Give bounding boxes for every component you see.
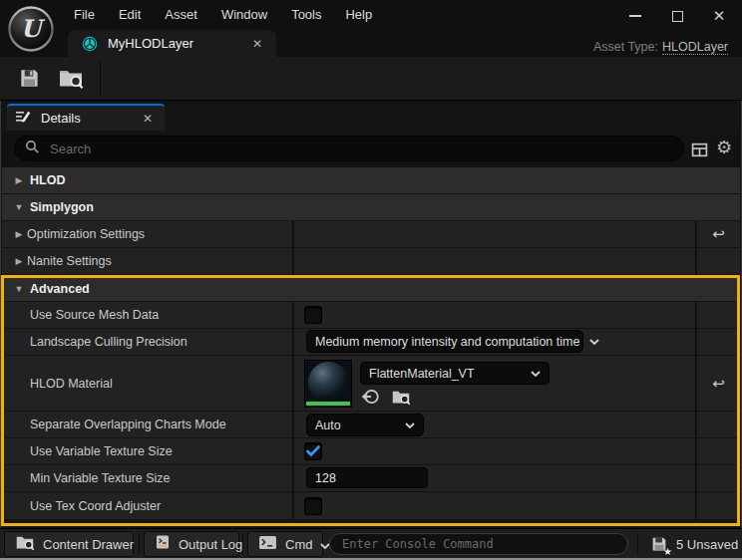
search-box[interactable]	[14, 136, 684, 161]
collapse-arrow-icon: ▼	[10, 202, 28, 212]
category-advanced[interactable]: ▼ Advanced	[2, 276, 740, 301]
row-landscape-culling-precision: Landscape Culling Precision Medium memor…	[2, 329, 740, 355]
expand-arrow-icon: ▶	[11, 256, 27, 266]
status-bar: Content Drawer Output Log	[0, 528, 742, 558]
hlod-material-label: HLOD Material	[30, 377, 113, 391]
hlod-material-value-cell: FlattenMaterial_VT	[294, 356, 696, 411]
hlod-material-asset-name: FlattenMaterial_VT	[369, 367, 521, 381]
output-log-icon	[155, 534, 171, 554]
output-log-button[interactable]: Output Log	[144, 531, 239, 557]
menu-asset[interactable]: Asset	[153, 0, 209, 30]
save-button[interactable]	[12, 66, 46, 94]
row-use-tex-coord-adjuster: Use Tex Coord Adjuster	[2, 492, 740, 519]
landscape-culling-precision-name-cell: Landscape Culling Precision	[2, 329, 293, 355]
use-tex-coord-adjuster-reset-cell	[697, 492, 740, 519]
separate-overlapping-charts-mode-name-cell: Separate Overlapping Charts Mode	[2, 412, 293, 437]
menu-window[interactable]: Window	[209, 0, 279, 30]
hlodlayer-asset-icon	[82, 36, 98, 52]
optimization-settings-reset-cell: ↩	[697, 221, 740, 247]
search-input[interactable]	[48, 140, 673, 157]
use-selected-asset-icon[interactable]	[360, 387, 382, 407]
use-tex-coord-adjuster-label: Use Tex Coord Adjuster	[30, 499, 161, 513]
nanite-settings-expander[interactable]: ▶ Nanite Settings	[2, 248, 293, 274]
use-variable-texture-size-checkbox[interactable]	[304, 442, 322, 460]
unsaved-star-badge: ★	[663, 546, 672, 557]
hlod-material-asset-dropdown[interactable]: FlattenMaterial_VT	[360, 362, 550, 385]
landscape-culling-precision-reset-cell	[697, 329, 740, 355]
menu-help[interactable]: Help	[333, 0, 384, 30]
unsaved-save-icon: ★	[650, 535, 668, 553]
optimization-settings-expander[interactable]: ▶ Optimization Settings	[2, 221, 293, 247]
asset-type-link[interactable]: HLODLayer	[662, 40, 728, 55]
row-min-variable-texture-size: Min Variable Texture Size	[2, 465, 740, 491]
use-tex-coord-adjuster-checkbox[interactable]	[304, 497, 322, 515]
reset-to-default-icon[interactable]: ↩	[712, 225, 725, 243]
toolbar-divider	[100, 61, 101, 97]
folder-search-icon	[58, 66, 84, 94]
unreal-engine-logo-icon: U	[8, 6, 54, 52]
landscape-culling-precision-dropdown[interactable]: Medium memory intensity and computation …	[306, 330, 583, 353]
menu-edit[interactable]: Edit	[107, 0, 153, 30]
unsaved-changes-button[interactable]: ★ 5 Unsaved	[644, 531, 742, 557]
chevron-down-icon	[589, 339, 599, 345]
save-icon	[18, 67, 41, 94]
asset-tab-title: MyHLODLayer	[108, 36, 248, 51]
maximize-button[interactable]	[663, 4, 691, 28]
row-nanite-settings: ▶ Nanite Settings	[2, 248, 740, 274]
minimize-button[interactable]	[621, 4, 649, 28]
minimize-icon	[629, 15, 641, 17]
settings-gear-icon[interactable]: ⚙	[714, 138, 734, 157]
menu-tools[interactable]: Tools	[279, 0, 333, 30]
category-hlod-label: HLOD	[30, 173, 65, 187]
chevron-down-icon	[531, 371, 541, 377]
category-hlod[interactable]: ▶ HLOD	[2, 167, 740, 193]
material-sphere-preview	[308, 362, 349, 403]
maximize-icon	[672, 11, 683, 22]
category-simplygon[interactable]: ▼ Simplygon	[2, 194, 740, 220]
row-hlod-material: HLOD Material FlattenMaterial_VT	[2, 356, 740, 411]
expand-arrow-icon: ▶	[10, 175, 28, 185]
use-source-mesh-data-name-cell: Use Source Mesh Data	[2, 302, 293, 328]
expand-arrow-icon: ▶	[11, 229, 27, 239]
hlod-material-asset-actions	[360, 387, 412, 407]
details-icon	[15, 109, 31, 129]
content-drawer-button[interactable]: Content Drawer	[4, 531, 134, 557]
separate-overlapping-charts-mode-value-cell: Auto	[294, 412, 696, 437]
category-advanced-label: Advanced	[30, 282, 90, 296]
hlod-material-name-cell: HLOD Material	[2, 356, 293, 411]
asset-toolbar	[0, 57, 742, 101]
display-filter-table-icon[interactable]	[689, 140, 709, 159]
cmd-selector-button[interactable]: Cmd	[247, 531, 323, 557]
use-source-mesh-data-value-cell	[294, 302, 696, 328]
min-variable-texture-size-value-cell	[294, 465, 696, 491]
material-thumbnail[interactable]	[304, 360, 352, 408]
chevron-down-icon	[405, 422, 415, 428]
content-drawer-label: Content Drawer	[43, 537, 134, 552]
asset-tab-close-icon[interactable]: ✕	[248, 37, 266, 51]
details-search-row: ⚙	[2, 131, 740, 167]
use-source-mesh-data-reset-cell	[697, 302, 740, 328]
min-variable-texture-size-input[interactable]	[306, 467, 428, 488]
cmd-label: Cmd	[285, 537, 312, 552]
separate-overlapping-charts-mode-dropdown[interactable]: Auto	[306, 414, 424, 436]
browse-to-asset-icon[interactable]	[390, 387, 412, 407]
use-variable-texture-size-value-cell	[294, 438, 696, 464]
asset-tab-myhlodlayer[interactable]: MyHLODLayer ✕	[68, 30, 276, 57]
console-command-input[interactable]	[329, 533, 628, 555]
hlod-material-reset-cell: ↩	[697, 356, 740, 411]
optimization-settings-value-cell	[294, 221, 696, 247]
details-tab-close-icon[interactable]: ✕	[139, 112, 157, 126]
use-source-mesh-data-checkbox[interactable]	[304, 306, 322, 324]
reset-to-default-icon[interactable]: ↩	[712, 375, 725, 393]
output-log-label: Output Log	[179, 537, 242, 552]
browse-to-asset-button[interactable]	[54, 66, 88, 94]
menu-bar: File Edit Asset Window Tools Help	[62, 0, 384, 30]
landscape-culling-precision-value-cell: Medium memory intensity and computation …	[294, 329, 696, 355]
window-close-button[interactable]: ✕	[705, 4, 733, 28]
use-variable-texture-size-label: Use Variable Texture Size	[30, 444, 173, 458]
menu-file[interactable]: File	[62, 0, 107, 30]
row-use-variable-texture-size: Use Variable Texture Size	[2, 438, 740, 464]
tab-details[interactable]: Details ✕	[7, 104, 165, 131]
statusbar-divider	[242, 533, 243, 555]
asset-type-label: Asset Type:	[593, 40, 658, 54]
